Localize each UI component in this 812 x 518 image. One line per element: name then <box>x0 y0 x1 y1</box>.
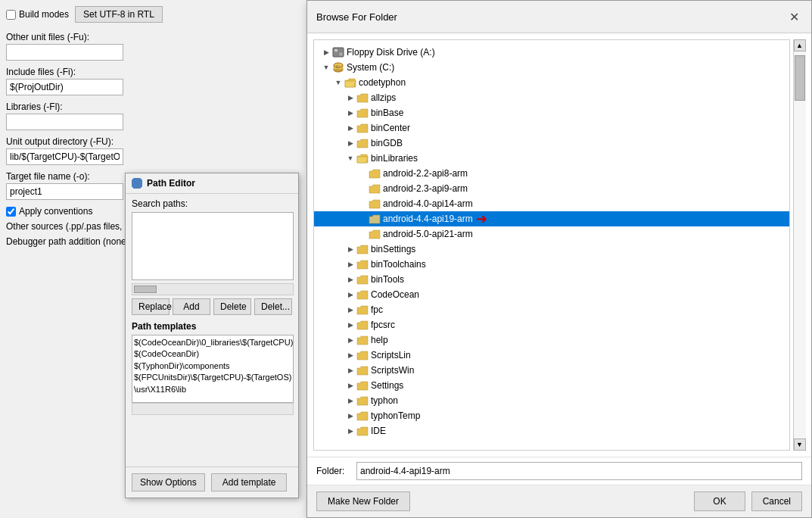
tree-item-codeocean[interactable]: ▶ CodeOcean <box>314 287 789 302</box>
template-item-5[interactable]: \usr\X11R6\lib <box>134 384 291 395</box>
target-file-input[interactable] <box>6 183 123 200</box>
include-files-group: Include files (-Fi): <box>6 67 297 95</box>
bingdb-label: binGDB <box>371 138 403 148</box>
tree-item-android50[interactable]: ▶ android-5.0-api21-arm <box>314 226 789 242</box>
replace-button[interactable]: Replace <box>132 298 170 315</box>
typhontemp-label: typhonTemp <box>371 410 420 421</box>
tree-item-bincenter[interactable]: ▶ binCenter <box>314 120 789 136</box>
scriptswin-label: ScriptsWin <box>371 365 414 376</box>
binlibraries-folder-icon <box>356 153 369 164</box>
svg-rect-1 <box>334 49 338 51</box>
build-modes-checkbox-label[interactable]: Build modes <box>6 9 69 20</box>
tree-item-binbase[interactable]: ▶ binBase <box>314 105 789 120</box>
tree-item-typhon[interactable]: ▶ typhon <box>314 393 789 408</box>
floppy-chevron: ▶ <box>320 46 332 58</box>
delete-all-button[interactable]: Delet... <box>254 298 292 315</box>
tree-vertical-scrollbar[interactable]: ▲ ▼ <box>793 39 805 451</box>
apply-conventions-checkbox[interactable] <box>6 207 16 217</box>
ok-button[interactable]: OK <box>694 491 745 511</box>
path-templates-scrollbar[interactable] <box>132 403 294 415</box>
binsettings-label: binSettings <box>371 244 415 254</box>
codeocean-chevron: ▶ <box>344 289 356 301</box>
system-c-drive-icon: C: <box>332 62 344 73</box>
browse-tree-container: ▶ Floppy Disk Drive (A:) ▼ <box>307 33 811 457</box>
tree-item-typhontemp[interactable]: ▶ typhonTemp <box>314 408 789 423</box>
scrollbar-thumb[interactable] <box>795 55 805 101</box>
scrollbar-track[interactable] <box>794 51 806 438</box>
cancel-button[interactable]: Cancel <box>751 491 802 511</box>
tree-item-fpc[interactable]: ▶ fpc <box>314 302 789 317</box>
svg-rect-2 <box>339 52 343 56</box>
delete-button[interactable]: Delete <box>213 298 251 315</box>
settings-folder-icon <box>356 380 369 391</box>
tree-item-binsettings[interactable]: ▶ binSettings <box>314 242 789 257</box>
binlibraries-chevron: ▼ <box>344 152 356 164</box>
tree-item-scriptswin[interactable]: ▶ ScriptsWin <box>314 363 789 378</box>
allzips-chevron: ▶ <box>344 92 356 104</box>
path-templates-box[interactable]: $(CodeOceanDir)\0_libraries\$(TargetCPU)… <box>132 335 294 403</box>
tree-item-codetyphon[interactable]: ▼ codetyphon <box>314 75 789 90</box>
tree-item-binlibraries[interactable]: ▼ binLibraries <box>314 151 789 166</box>
tree-item-bintoolchains[interactable]: ▶ binToolchains <box>314 257 789 272</box>
tree-item-system-c[interactable]: ▼ C: System (C:) <box>314 60 789 75</box>
include-files-input[interactable] <box>6 79 123 95</box>
add-button[interactable]: Add <box>173 298 210 315</box>
show-options-button[interactable]: Show Options <box>132 473 205 491</box>
scrollbar-up-button[interactable]: ▲ <box>794 39 806 51</box>
other-unit-files-input[interactable] <box>6 44 123 61</box>
unit-output-dir-group: Unit output directory (-FU): <box>6 136 297 165</box>
tree-item-floppy[interactable]: ▶ Floppy Disk Drive (A:) <box>314 45 789 60</box>
make-new-folder-button[interactable]: Make New Folder <box>316 491 410 511</box>
typhontemp-folder-icon <box>356 410 369 421</box>
android23-label: android-2.3-api9-arm <box>383 183 468 194</box>
unit-output-dir-label: Unit output directory (-FU): <box>6 136 297 147</box>
tree-item-bingdb[interactable]: ▶ binGDB <box>314 136 789 151</box>
typhon-chevron: ▶ <box>344 395 356 407</box>
browse-tree[interactable]: ▶ Floppy Disk Drive (A:) ▼ <box>313 39 790 451</box>
tree-item-fpcsrc[interactable]: ▶ fpcsrc <box>314 317 789 332</box>
tree-item-android22[interactable]: ▶ android-2.2-api8-arm <box>314 166 789 181</box>
ide-label: IDE <box>371 426 386 436</box>
tree-item-android40[interactable]: ▶ android-4.0-api14-arm <box>314 196 789 211</box>
template-item-4[interactable]: $(FPCUnitsDir)\$(TargetCPU)-$(TargetOS) <box>134 372 291 383</box>
android22-label: android-2.2-api8-arm <box>383 168 468 179</box>
folder-input[interactable] <box>356 462 802 480</box>
build-modes-checkbox[interactable] <box>6 10 16 20</box>
bintools-folder-icon <box>356 274 369 285</box>
template-item-3[interactable]: $(TyphonDir)\components <box>134 360 291 372</box>
add-template-button[interactable]: Add template <box>211 473 288 491</box>
tree-item-android23[interactable]: ▶ android-2.3-api9-arm <box>314 181 789 196</box>
template-item-6[interactable]: ... <box>134 395 291 403</box>
scriptslin-chevron: ▶ <box>344 349 356 361</box>
tree-item-android44[interactable]: ▶ android-4.4-api19-arm ➜ <box>314 211 789 226</box>
bincenter-label: binCenter <box>371 123 410 133</box>
search-paths-scrollbar-thumb <box>134 286 157 293</box>
scrollbar-down-button[interactable]: ▼ <box>794 438 806 451</box>
template-item-2[interactable]: $(CodeOceanDir) <box>134 348 291 360</box>
tree-item-bintools[interactable]: ▶ binTools <box>314 272 789 287</box>
libraries-input[interactable] <box>6 114 123 130</box>
tree-item-help[interactable]: ▶ help <box>314 332 789 348</box>
bintoolchains-folder-icon <box>356 259 369 270</box>
unit-output-dir-input[interactable] <box>6 148 123 165</box>
apply-conventions-checkbox-label[interactable]: Apply conventions <box>6 206 92 217</box>
build-modes-row: Build modes Set UTF-8 in RTL <box>6 6 297 23</box>
path-editor-title-bar: Path Editor <box>126 173 298 194</box>
settings-chevron: ▶ <box>344 379 356 392</box>
build-modes-label: Build modes <box>19 9 69 20</box>
codetyphon-label: codetyphon <box>359 77 406 88</box>
browse-close-button[interactable]: ✕ <box>786 8 802 25</box>
tree-item-allzips[interactable]: ▶ allzips <box>314 90 789 105</box>
libraries-group: Libraries (-Fl): <box>6 101 297 130</box>
set-utf-button[interactable]: Set UTF-8 in RTL <box>75 6 163 23</box>
browse-folder-row: Folder: <box>307 457 811 485</box>
scriptswin-folder-icon <box>356 365 369 376</box>
template-item-1[interactable]: $(CodeOceanDir)\0_libraries\$(TargetCPU) <box>134 337 291 348</box>
search-paths-scrollbar[interactable] <box>132 283 294 295</box>
tree-item-scriptslin[interactable]: ▶ ScriptsLin <box>314 348 789 363</box>
android44-label: android-4.4-api19-arm <box>383 214 473 224</box>
path-editor-bottom-bar: Show Options Add template <box>126 467 298 498</box>
search-paths-box[interactable] <box>132 212 294 280</box>
tree-item-settings[interactable]: ▶ Settings <box>314 378 789 393</box>
tree-item-ide[interactable]: ▶ IDE <box>314 423 789 438</box>
